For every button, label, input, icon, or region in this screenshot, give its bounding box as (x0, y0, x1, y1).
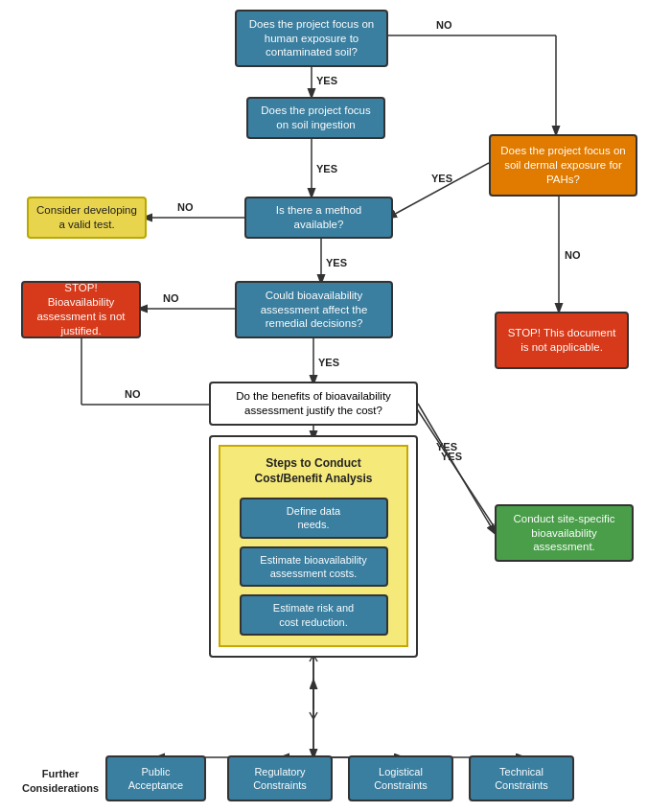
q-dermal-box: Does the project focus on soil dermal ex… (489, 134, 637, 197)
q2-box: Does the project focus on soil ingestion (246, 97, 385, 139)
q2-label: Does the project focus on soil ingestion (256, 104, 376, 132)
step1-box: Define data needs. (240, 498, 388, 539)
steps-outer-box: Steps to Conduct Cost/Benefit Analysis D… (209, 435, 418, 658)
logistical-box: Logistical Constraints (348, 755, 453, 801)
svg-line-38 (418, 404, 495, 533)
yes-benefits-label: YES (436, 441, 457, 452)
svg-line-23 (414, 405, 497, 532)
regulatory-label: Regulatory Constraints (237, 765, 323, 793)
q-bioavail-box: Could bioavailability assessment affect … (235, 281, 393, 338)
svg-line-35 (310, 712, 313, 719)
public-acceptance-box: Public Acceptance (105, 755, 206, 801)
technical-label: Technical Constraints (478, 765, 565, 793)
stop-doc-label: STOP! This document is not applicable. (504, 326, 619, 355)
q-benefits-box: Do the benefits of bioavailability asses… (209, 382, 418, 426)
q-bioavail-label: Could bioavailability assessment affect … (244, 289, 383, 332)
logistical-label: Logistical Constraints (358, 765, 444, 793)
svg-text:NO: NO (125, 388, 141, 400)
q1-box: Does the project focus on human exposure… (235, 10, 388, 67)
svg-text:YES: YES (318, 357, 339, 368)
public-acceptance-label: Public Acceptance (115, 765, 197, 793)
svg-text:YES: YES (326, 257, 347, 268)
steps-title: Steps to Conduct Cost/Benefit Analysis (255, 456, 373, 486)
step3-label: Estimate risk and cost reduction. (273, 601, 354, 629)
q-benefits-label: Do the benefits of bioavailability asses… (219, 389, 408, 418)
svg-text:YES: YES (316, 75, 337, 86)
stop-bioavail-label: STOP! Bioavailability assessment is not … (31, 281, 131, 338)
step1-label: Define data needs. (287, 504, 340, 532)
step2-box: Estimate bioavailability assessment cost… (240, 546, 388, 588)
svg-line-36 (313, 712, 317, 719)
q-method-box: Is there a method available? (244, 197, 393, 239)
technical-box: Technical Constraints (469, 755, 574, 801)
svg-text:NO: NO (163, 292, 179, 304)
conduct-label: Conduct site-specific bioavailability as… (504, 512, 624, 555)
q-dermal-label: Does the project focus on soil dermal ex… (498, 144, 628, 187)
svg-text:YES: YES (316, 163, 337, 174)
regulatory-box: Regulatory Constraints (227, 755, 333, 801)
further-label: Further Considerations (17, 767, 104, 797)
svg-text:NO: NO (565, 249, 581, 261)
svg-text:NO: NO (177, 201, 194, 213)
conduct-box: Conduct site-specific bioavailability as… (495, 504, 634, 562)
steps-inner-box: Steps to Conduct Cost/Benefit Analysis D… (219, 445, 408, 647)
svg-line-7 (388, 163, 489, 218)
step3-box: Estimate risk and cost reduction. (240, 594, 388, 636)
stop-bioavail-box: STOP! Bioavailability assessment is not … (21, 281, 141, 338)
stop-doc-box: STOP! This document is not applicable. (495, 312, 629, 369)
svg-text:NO: NO (436, 19, 452, 31)
consider-box: Consider developing a valid test. (27, 197, 147, 239)
q1-label: Does the project focus on human exposure… (244, 17, 379, 60)
svg-text:YES: YES (431, 173, 452, 184)
consider-label: Consider developing a valid test. (36, 203, 137, 232)
step2-label: Estimate bioavailability assessment cost… (260, 553, 366, 581)
q-method-label: Is there a method available? (254, 203, 383, 232)
